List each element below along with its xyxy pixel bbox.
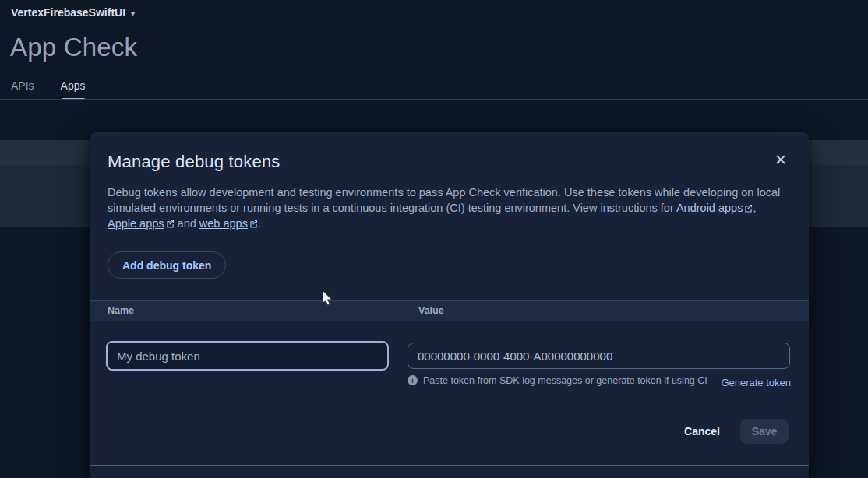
info-icon: i: [408, 375, 418, 385]
value-column-header: Value: [418, 305, 444, 316]
generate-token-link[interactable]: Generate token: [721, 377, 791, 388]
apple-apps-link[interactable]: Apple apps: [108, 217, 175, 230]
page-title: App Check: [10, 33, 137, 62]
manage-debug-tokens-dialog: Manage debug tokens ✕ Debug tokens allow…: [90, 132, 809, 478]
name-column-header: Name: [108, 305, 134, 316]
token-name-input[interactable]: [106, 341, 389, 371]
dropdown-caret-icon: ▾: [131, 9, 135, 18]
dialog-description: Debug tokens allow development and testi…: [108, 185, 792, 231]
tab-apis[interactable]: APIs: [11, 79, 34, 100]
project-selector[interactable]: VertexFirebaseSwiftUI ▾: [11, 6, 135, 19]
token-value-input[interactable]: [408, 343, 790, 369]
save-button[interactable]: Save: [740, 419, 789, 444]
helper-text: Paste token from SDK log messages or gen…: [423, 375, 707, 386]
add-debug-token-button[interactable]: Add debug token: [108, 251, 226, 279]
android-apps-link[interactable]: Android apps: [676, 202, 753, 214]
android-apps-link-label: Android apps: [676, 202, 743, 214]
token-helper-row: i Paste token from SDK log messages or g…: [408, 374, 791, 386]
tab-divider: [0, 99, 868, 100]
description-separator: and: [175, 217, 199, 230]
dialog-title: Manage debug tokens: [108, 152, 281, 172]
dialog-bottom-divider: [90, 465, 809, 466]
tokens-table-header: Name Value: [90, 300, 809, 321]
external-link-icon: [744, 204, 753, 213]
tab-bar: APIs Apps: [11, 79, 86, 100]
tab-apps[interactable]: Apps: [61, 79, 86, 100]
close-icon[interactable]: ✕: [773, 151, 789, 169]
description-separator: ,: [753, 202, 756, 214]
dialog-actions: Cancel Save: [684, 419, 789, 444]
cancel-button[interactable]: Cancel: [684, 425, 720, 438]
web-apps-link[interactable]: web apps: [199, 217, 258, 230]
project-name: VertexFirebaseSwiftUI: [11, 6, 125, 19]
external-link-icon: [249, 220, 258, 228]
description-period: .: [258, 217, 261, 230]
external-link-icon: [166, 220, 175, 228]
web-apps-link-label: web apps: [199, 217, 248, 230]
apple-apps-link-label: Apple apps: [108, 217, 164, 230]
